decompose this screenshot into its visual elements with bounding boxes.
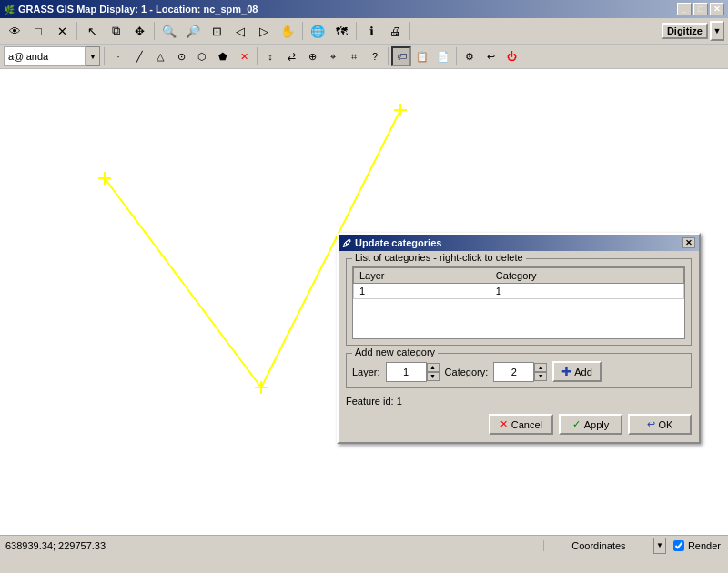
new-map-button[interactable]: □: [27, 20, 49, 42]
row-layer: 1: [354, 284, 490, 299]
zoom-region-button[interactable]: ⊡: [206, 20, 228, 42]
app-icon: 🌿: [4, 5, 15, 15]
zoom-back-button[interactable]: ◁: [229, 20, 251, 42]
ok-icon: ↩: [647, 418, 655, 430]
dig-merge[interactable]: ⊕: [302, 46, 322, 66]
dig-move[interactable]: ↕: [260, 46, 280, 66]
category-spin-up[interactable]: ▲: [534, 363, 547, 372]
feature-id-label: Feature id: 1: [346, 396, 402, 407]
dig-centroid[interactable]: ⊙: [171, 46, 191, 66]
add-category-groupbox: Add new category Layer: ▲ ▼ Category:: [346, 353, 692, 388]
dialog-close-button[interactable]: ✕: [682, 237, 695, 248]
sep-dig1: [257, 47, 258, 65]
layer-spinner[interactable]: ▲ ▼: [386, 362, 440, 382]
layer-spin-up[interactable]: ▲: [427, 363, 440, 372]
categories-groupbox: List of categories - right-click to dele…: [346, 258, 692, 346]
dig-break[interactable]: ⌗: [344, 46, 364, 66]
add-category-row: Layer: ▲ ▼ Category: ▲: [352, 361, 685, 382]
dig-db[interactable]: 📋: [412, 46, 432, 66]
zoom-in-button[interactable]: 🔍: [158, 20, 180, 42]
category-spinner[interactable]: ▲ ▼: [493, 362, 547, 382]
title-bar: 🌿 GRASS GIS Map Display: 1 - Location: n…: [0, 0, 728, 18]
dig-point[interactable]: ·: [108, 46, 128, 66]
map-canvas[interactable]: 🖊 Update categories ✕ List of categories…: [0, 69, 728, 535]
coordinates-display: 638939.34; 229757.33: [0, 540, 544, 551]
table-row[interactable]: 1 1: [354, 284, 684, 299]
separator-3: [302, 22, 303, 40]
eye-button[interactable]: 👁: [4, 20, 25, 42]
cancel-button[interactable]: ✕ Cancel: [489, 414, 553, 435]
category-spin-input[interactable]: [493, 362, 534, 382]
categories-table-container[interactable]: Layer Category 1 1: [352, 266, 685, 339]
digitize-dropdown[interactable]: ▼: [710, 21, 724, 41]
ok-button[interactable]: ↩ OK: [628, 414, 692, 435]
maximize-button[interactable]: □: [693, 3, 708, 15]
digitize-label: Digitize: [667, 25, 703, 36]
dig-settings[interactable]: ⚙: [460, 46, 480, 66]
add-label: Add: [574, 367, 592, 377]
dig-cat[interactable]: 🏷: [391, 46, 411, 66]
dig-table[interactable]: 📄: [433, 46, 453, 66]
pointer-button[interactable]: ↖: [81, 20, 103, 42]
layer-spin-input[interactable]: [386, 362, 427, 382]
add-icon: ✚: [561, 365, 571, 378]
render-status: Render: [666, 540, 728, 551]
dig-query[interactable]: ?: [365, 46, 385, 66]
copy-button[interactable]: ⧉: [105, 20, 126, 42]
identify-button[interactable]: ℹ: [360, 20, 382, 42]
svg-line-0: [105, 178, 261, 387]
separator-2: [154, 22, 155, 40]
toolbar-row-1: 👁 □ ✕ ↖ ⧉ ✥ 🔍 🔎 ⊡ ◁ ▷ ✋ 🌐 🗺 ℹ 🖨 Digitize…: [0, 18, 728, 45]
layer-spin-down[interactable]: ▼: [427, 372, 440, 381]
move-button[interactable]: ✥: [128, 20, 150, 42]
categories-table: Layer Category 1 1: [353, 267, 684, 299]
dig-area[interactable]: ⬡: [192, 46, 212, 66]
erase-button[interactable]: ✕: [51, 20, 73, 42]
apply-button[interactable]: ✓ Apply: [559, 414, 622, 435]
dig-node[interactable]: ⬟: [213, 46, 233, 66]
apply-label: Apply: [584, 419, 610, 430]
marker-3: [394, 104, 407, 116]
print-button[interactable]: 🖨: [384, 20, 406, 42]
coordinates-dropdown[interactable]: ▼: [653, 538, 666, 554]
toolbar-row-2: ▼ · ╱ △ ⊙ ⬡ ⬟ ✕ ↕ ⇄ ⊕ ⌖ ⌗ ? 🏷 📋 📄 ⚙ ↩ ⏻: [0, 45, 728, 69]
ok-label: OK: [659, 419, 673, 430]
add-category-legend: Add new category: [352, 347, 438, 357]
zoom-out-button[interactable]: 🔎: [182, 20, 204, 42]
zoom-forward-button[interactable]: ▷: [253, 20, 275, 42]
category-label: Category:: [445, 367, 489, 377]
feature-id-row: Feature id: 1: [346, 396, 692, 407]
apply-icon: ✓: [572, 418, 581, 430]
cancel-icon: ✕: [500, 418, 508, 430]
update-categories-dialog: 🖊 Update categories ✕ List of categories…: [337, 233, 701, 444]
globe-button[interactable]: 🌐: [307, 20, 329, 42]
dialog-title: Update categories: [355, 237, 441, 248]
dialog-icon: 🖊: [342, 238, 351, 248]
layer-dropdown-button[interactable]: ▼: [86, 46, 100, 66]
dialog-buttons: ✕ Cancel ✓ Apply ↩ OK: [346, 414, 692, 435]
minimize-button[interactable]: _: [677, 3, 692, 15]
main-window: 🌿 GRASS GIS Map Display: 1 - Location: n…: [0, 0, 728, 555]
dialog-body: List of categories - right-click to dele…: [339, 251, 699, 442]
dig-delete[interactable]: ✕: [234, 46, 254, 66]
dig-boundary[interactable]: △: [150, 46, 170, 66]
add-button[interactable]: ✚ Add: [552, 361, 602, 382]
render-checkbox[interactable]: [673, 540, 684, 551]
pan-button[interactable]: ✋: [277, 20, 298, 42]
layer-input[interactable]: [4, 46, 86, 66]
digitize-button[interactable]: Digitize: [662, 23, 708, 39]
category-spin-down[interactable]: ▼: [534, 372, 547, 381]
categories-legend: List of categories - right-click to dele…: [352, 252, 526, 263]
status-bar: 638939.34; 229757.33 Coordinates ▼ Rende…: [0, 535, 728, 555]
dig-line[interactable]: ╱: [129, 46, 149, 66]
close-button[interactable]: ✕: [710, 3, 724, 15]
render-label: Render: [688, 540, 721, 551]
separator-5: [410, 22, 410, 40]
dig-snap[interactable]: ⌖: [323, 46, 343, 66]
dig-undo[interactable]: ↩: [480, 46, 500, 66]
dig-close[interactable]: ⏻: [501, 46, 521, 66]
separator-1: [76, 22, 77, 40]
map-button[interactable]: 🗺: [330, 20, 352, 42]
col-category-header: Category: [490, 268, 683, 284]
dig-flip[interactable]: ⇄: [281, 46, 301, 66]
